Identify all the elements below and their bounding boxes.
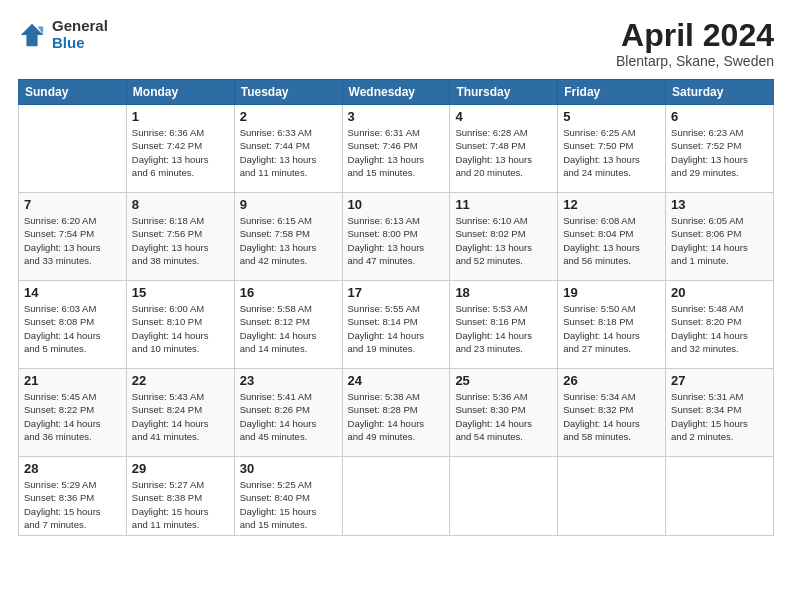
subtitle: Blentarp, Skane, Sweden [616, 53, 774, 69]
calendar-cell: 26Sunrise: 5:34 AM Sunset: 8:32 PM Dayli… [558, 369, 666, 457]
day-number: 7 [24, 197, 121, 212]
day-number: 26 [563, 373, 660, 388]
calendar-header-row: SundayMondayTuesdayWednesdayThursdayFrid… [19, 80, 774, 105]
calendar-cell: 17Sunrise: 5:55 AM Sunset: 8:14 PM Dayli… [342, 281, 450, 369]
calendar-cell: 24Sunrise: 5:38 AM Sunset: 8:28 PM Dayli… [342, 369, 450, 457]
day-info: Sunrise: 5:25 AM Sunset: 8:40 PM Dayligh… [240, 478, 337, 531]
calendar-cell: 28Sunrise: 5:29 AM Sunset: 8:36 PM Dayli… [19, 457, 127, 536]
day-number: 1 [132, 109, 229, 124]
column-header-saturday: Saturday [666, 80, 774, 105]
day-number: 2 [240, 109, 337, 124]
day-number: 13 [671, 197, 768, 212]
day-info: Sunrise: 6:13 AM Sunset: 8:00 PM Dayligh… [348, 214, 445, 267]
calendar-cell: 8Sunrise: 6:18 AM Sunset: 7:56 PM Daylig… [126, 193, 234, 281]
calendar-cell: 6Sunrise: 6:23 AM Sunset: 7:52 PM Daylig… [666, 105, 774, 193]
day-info: Sunrise: 6:10 AM Sunset: 8:02 PM Dayligh… [455, 214, 552, 267]
main-title: April 2024 [616, 18, 774, 53]
calendar-cell: 12Sunrise: 6:08 AM Sunset: 8:04 PM Dayli… [558, 193, 666, 281]
day-info: Sunrise: 6:36 AM Sunset: 7:42 PM Dayligh… [132, 126, 229, 179]
day-info: Sunrise: 6:00 AM Sunset: 8:10 PM Dayligh… [132, 302, 229, 355]
calendar-week-row: 28Sunrise: 5:29 AM Sunset: 8:36 PM Dayli… [19, 457, 774, 536]
day-info: Sunrise: 6:33 AM Sunset: 7:44 PM Dayligh… [240, 126, 337, 179]
day-number: 19 [563, 285, 660, 300]
day-number: 3 [348, 109, 445, 124]
calendar-week-row: 14Sunrise: 6:03 AM Sunset: 8:08 PM Dayli… [19, 281, 774, 369]
calendar-table: SundayMondayTuesdayWednesdayThursdayFrid… [18, 79, 774, 536]
calendar-cell: 29Sunrise: 5:27 AM Sunset: 8:38 PM Dayli… [126, 457, 234, 536]
column-header-sunday: Sunday [19, 80, 127, 105]
column-header-tuesday: Tuesday [234, 80, 342, 105]
day-number: 27 [671, 373, 768, 388]
calendar-cell: 2Sunrise: 6:33 AM Sunset: 7:44 PM Daylig… [234, 105, 342, 193]
day-number: 17 [348, 285, 445, 300]
day-number: 15 [132, 285, 229, 300]
calendar-week-row: 7Sunrise: 6:20 AM Sunset: 7:54 PM Daylig… [19, 193, 774, 281]
calendar-week-row: 1Sunrise: 6:36 AM Sunset: 7:42 PM Daylig… [19, 105, 774, 193]
column-header-wednesday: Wednesday [342, 80, 450, 105]
title-block: April 2024 Blentarp, Skane, Sweden [616, 18, 774, 69]
day-number: 20 [671, 285, 768, 300]
calendar-cell: 13Sunrise: 6:05 AM Sunset: 8:06 PM Dayli… [666, 193, 774, 281]
day-number: 8 [132, 197, 229, 212]
day-number: 4 [455, 109, 552, 124]
calendar-cell [19, 105, 127, 193]
day-info: Sunrise: 6:20 AM Sunset: 7:54 PM Dayligh… [24, 214, 121, 267]
day-info: Sunrise: 6:31 AM Sunset: 7:46 PM Dayligh… [348, 126, 445, 179]
calendar-cell: 16Sunrise: 5:58 AM Sunset: 8:12 PM Dayli… [234, 281, 342, 369]
day-number: 11 [455, 197, 552, 212]
calendar-cell: 19Sunrise: 5:50 AM Sunset: 8:18 PM Dayli… [558, 281, 666, 369]
calendar-cell: 15Sunrise: 6:00 AM Sunset: 8:10 PM Dayli… [126, 281, 234, 369]
calendar-cell: 4Sunrise: 6:28 AM Sunset: 7:48 PM Daylig… [450, 105, 558, 193]
day-number: 25 [455, 373, 552, 388]
day-number: 10 [348, 197, 445, 212]
day-info: Sunrise: 5:31 AM Sunset: 8:34 PM Dayligh… [671, 390, 768, 443]
day-info: Sunrise: 5:50 AM Sunset: 8:18 PM Dayligh… [563, 302, 660, 355]
logo-general-text: General [52, 18, 108, 35]
day-info: Sunrise: 6:05 AM Sunset: 8:06 PM Dayligh… [671, 214, 768, 267]
day-number: 16 [240, 285, 337, 300]
day-number: 22 [132, 373, 229, 388]
day-number: 9 [240, 197, 337, 212]
day-info: Sunrise: 5:45 AM Sunset: 8:22 PM Dayligh… [24, 390, 121, 443]
calendar-cell: 20Sunrise: 5:48 AM Sunset: 8:20 PM Dayli… [666, 281, 774, 369]
day-info: Sunrise: 5:53 AM Sunset: 8:16 PM Dayligh… [455, 302, 552, 355]
day-number: 6 [671, 109, 768, 124]
day-number: 5 [563, 109, 660, 124]
day-number: 23 [240, 373, 337, 388]
calendar-cell: 10Sunrise: 6:13 AM Sunset: 8:00 PM Dayli… [342, 193, 450, 281]
calendar-week-row: 21Sunrise: 5:45 AM Sunset: 8:22 PM Dayli… [19, 369, 774, 457]
calendar-cell [558, 457, 666, 536]
day-info: Sunrise: 6:15 AM Sunset: 7:58 PM Dayligh… [240, 214, 337, 267]
day-info: Sunrise: 5:36 AM Sunset: 8:30 PM Dayligh… [455, 390, 552, 443]
day-info: Sunrise: 5:43 AM Sunset: 8:24 PM Dayligh… [132, 390, 229, 443]
logo: General Blue [18, 18, 108, 51]
day-info: Sunrise: 6:03 AM Sunset: 8:08 PM Dayligh… [24, 302, 121, 355]
calendar-cell: 9Sunrise: 6:15 AM Sunset: 7:58 PM Daylig… [234, 193, 342, 281]
calendar-cell [450, 457, 558, 536]
day-info: Sunrise: 5:41 AM Sunset: 8:26 PM Dayligh… [240, 390, 337, 443]
logo-text: General Blue [52, 18, 108, 51]
logo-icon [18, 21, 46, 49]
day-info: Sunrise: 5:27 AM Sunset: 8:38 PM Dayligh… [132, 478, 229, 531]
day-info: Sunrise: 5:55 AM Sunset: 8:14 PM Dayligh… [348, 302, 445, 355]
calendar-cell: 27Sunrise: 5:31 AM Sunset: 8:34 PM Dayli… [666, 369, 774, 457]
day-info: Sunrise: 5:38 AM Sunset: 8:28 PM Dayligh… [348, 390, 445, 443]
calendar-cell: 7Sunrise: 6:20 AM Sunset: 7:54 PM Daylig… [19, 193, 127, 281]
calendar-cell [342, 457, 450, 536]
day-info: Sunrise: 6:18 AM Sunset: 7:56 PM Dayligh… [132, 214, 229, 267]
day-number: 28 [24, 461, 121, 476]
calendar-cell: 3Sunrise: 6:31 AM Sunset: 7:46 PM Daylig… [342, 105, 450, 193]
calendar-cell: 14Sunrise: 6:03 AM Sunset: 8:08 PM Dayli… [19, 281, 127, 369]
logo-blue-text: Blue [52, 35, 108, 52]
calendar-cell: 23Sunrise: 5:41 AM Sunset: 8:26 PM Dayli… [234, 369, 342, 457]
column-header-monday: Monday [126, 80, 234, 105]
day-info: Sunrise: 5:58 AM Sunset: 8:12 PM Dayligh… [240, 302, 337, 355]
day-info: Sunrise: 5:48 AM Sunset: 8:20 PM Dayligh… [671, 302, 768, 355]
day-number: 21 [24, 373, 121, 388]
calendar-cell: 25Sunrise: 5:36 AM Sunset: 8:30 PM Dayli… [450, 369, 558, 457]
calendar-cell: 5Sunrise: 6:25 AM Sunset: 7:50 PM Daylig… [558, 105, 666, 193]
calendar-cell [666, 457, 774, 536]
calendar-cell: 21Sunrise: 5:45 AM Sunset: 8:22 PM Dayli… [19, 369, 127, 457]
column-header-friday: Friday [558, 80, 666, 105]
day-info: Sunrise: 5:34 AM Sunset: 8:32 PM Dayligh… [563, 390, 660, 443]
